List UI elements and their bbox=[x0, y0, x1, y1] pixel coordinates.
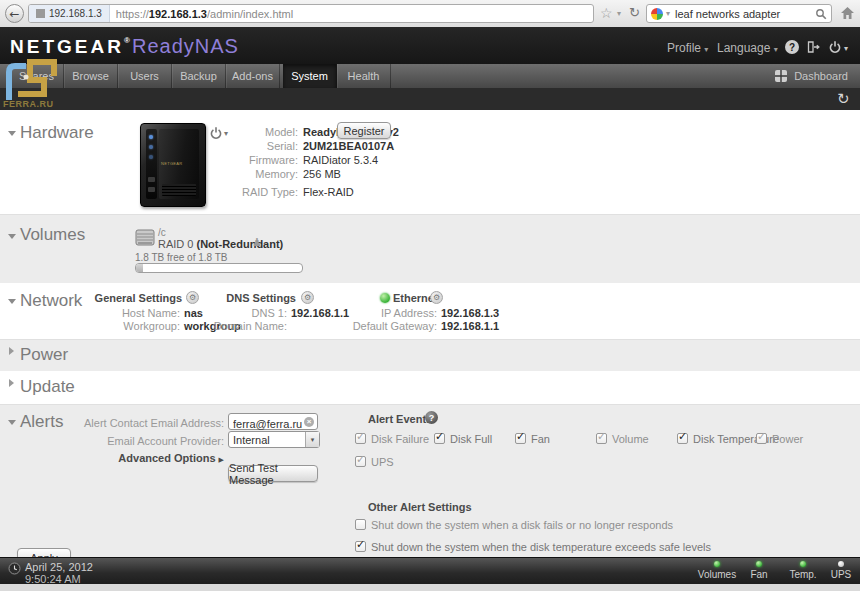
clock-icon bbox=[8, 562, 21, 575]
search-engine-dropdown-icon[interactable]: ▾ bbox=[666, 9, 670, 18]
indicator-ups: UPS bbox=[826, 561, 856, 580]
home-icon[interactable] bbox=[840, 6, 855, 20]
fan-status-dot bbox=[756, 561, 762, 567]
advanced-options-link[interactable]: Advanced Options ▶ bbox=[60, 452, 224, 464]
indicator-volumes: Volumes bbox=[695, 561, 739, 580]
refresh-icon[interactable]: ↻ bbox=[837, 90, 850, 108]
check-icon: ✓ bbox=[678, 430, 687, 443]
check-icon: ✓ bbox=[757, 430, 766, 443]
checkbox-fan-label: Fan bbox=[531, 433, 550, 445]
power-dropdown-icon[interactable]: ▾ bbox=[844, 44, 848, 53]
dashboard-label: Dashboard bbox=[794, 70, 848, 82]
back-icon: ← bbox=[9, 7, 19, 21]
checkbox-ups[interactable]: ✓ bbox=[355, 456, 366, 467]
checkbox-shutdown-disk-fail[interactable] bbox=[355, 519, 366, 530]
checkbox-volume[interactable]: ✓ bbox=[596, 433, 607, 444]
search-engine-icon[interactable] bbox=[651, 8, 663, 20]
serial-value: 2UM21BEA0107A bbox=[303, 140, 394, 152]
url-text: https://192.168.1.3/admin/index.html bbox=[116, 8, 293, 20]
checkbox-disk-full-label: Disk Full bbox=[450, 433, 492, 445]
reload-icon[interactable]: ↻ bbox=[629, 5, 640, 20]
checkbox-disk-temperature[interactable]: ✓ bbox=[677, 433, 688, 444]
section-title-update[interactable]: Update bbox=[20, 377, 75, 397]
checkbox-disk-failure[interactable]: ✓ bbox=[355, 433, 366, 444]
checkbox-volume-label: Volume bbox=[612, 433, 649, 445]
model-label: Model: bbox=[230, 126, 298, 138]
ups-status-dot bbox=[838, 561, 844, 567]
profile-menu[interactable]: Profile ▾ bbox=[667, 41, 708, 55]
search-bar[interactable]: ▾ bbox=[646, 4, 832, 23]
tab-users[interactable]: Users bbox=[118, 64, 172, 88]
ethernet-gear-icon[interactable]: ⚙ bbox=[430, 291, 443, 304]
section-power[interactable] bbox=[0, 339, 860, 373]
general-settings-title: General Settings bbox=[60, 292, 182, 304]
dns-settings-title: DNS Settings bbox=[190, 292, 296, 304]
checkbox-power[interactable]: ✓ bbox=[756, 433, 767, 444]
logout-icon[interactable] bbox=[806, 40, 820, 54]
network-collapse-icon[interactable] bbox=[8, 299, 16, 304]
chevron-down-icon: ▾ bbox=[774, 45, 778, 54]
tab-browse[interactable]: Browse bbox=[64, 64, 118, 88]
checkbox-disk-full[interactable]: ✓ bbox=[434, 433, 445, 444]
app-root: ← 192.168.1.3 https://192.168.1.3/admin/… bbox=[0, 0, 860, 591]
section-update[interactable] bbox=[0, 371, 860, 404]
memory-value: 256 MB bbox=[303, 168, 341, 180]
device-power-dropdown-icon[interactable]: ▾ bbox=[224, 129, 228, 138]
bookmark-star-icon[interactable]: ☆ bbox=[600, 5, 613, 21]
section-volumes bbox=[0, 214, 860, 285]
alert-events-title: Alert Events bbox=[368, 413, 432, 425]
volume-usage-bar bbox=[135, 263, 303, 273]
checkbox-shutdown-temp[interactable]: ✓ bbox=[355, 541, 366, 552]
firmware-label: Firmware: bbox=[230, 154, 298, 166]
dashboard-button[interactable]: Dashboard bbox=[774, 64, 848, 88]
site-identity-chip[interactable]: 192.168.1.3 bbox=[29, 5, 110, 22]
indicator-label: Volumes bbox=[698, 569, 736, 580]
url-bar[interactable]: 192.168.1.3 https://192.168.1.3/admin/in… bbox=[28, 4, 594, 23]
volumes-collapse-icon[interactable] bbox=[8, 234, 16, 239]
section-title-power[interactable]: Power bbox=[20, 345, 68, 365]
raid-type-label: RAID Type: bbox=[230, 186, 298, 198]
checkbox-fan[interactable]: ✓ bbox=[515, 433, 526, 444]
nas-led-strip bbox=[146, 129, 157, 199]
back-button[interactable]: ← bbox=[5, 4, 24, 23]
search-icon[interactable] bbox=[815, 8, 827, 20]
alerts-collapse-icon[interactable] bbox=[8, 420, 16, 425]
tab-system[interactable]: System bbox=[283, 64, 337, 88]
tab-addons[interactable]: Add-ons bbox=[226, 64, 280, 88]
help-icon[interactable]: ? bbox=[785, 40, 799, 54]
alert-email-label: Alert Contact Email Address: bbox=[60, 417, 224, 429]
clear-email-icon[interactable]: × bbox=[304, 417, 314, 427]
send-test-message-button[interactable]: Send Test Message bbox=[228, 465, 318, 482]
hardware-collapse-icon[interactable] bbox=[8, 131, 16, 136]
power-expand-icon[interactable] bbox=[9, 347, 14, 355]
alert-events-help-icon[interactable]: ? bbox=[425, 411, 438, 424]
indicator-label: UPS bbox=[831, 569, 852, 580]
checkbox-shutdown-temp-label: Shut down the system when the disk tempe… bbox=[371, 541, 711, 553]
email-provider-select[interactable]: Internal ▾ bbox=[228, 431, 320, 448]
dns-settings-gear-icon[interactable]: ⚙ bbox=[301, 291, 314, 304]
device-power-icon[interactable] bbox=[209, 126, 223, 140]
nas-device-image: NETGEAR bbox=[140, 123, 206, 207]
section-title-volumes[interactable]: Volumes bbox=[20, 225, 85, 245]
other-alert-settings-title: Other Alert Settings bbox=[368, 501, 472, 513]
identity-domain: 192.168.1.3 bbox=[49, 8, 102, 19]
provider-label: Email Account Provider: bbox=[60, 435, 224, 447]
tab-backup[interactable]: Backup bbox=[172, 64, 226, 88]
temp-status-dot bbox=[800, 561, 806, 567]
gateway-label: Default Gateway: bbox=[330, 320, 437, 332]
language-menu[interactable]: Language ▾ bbox=[717, 41, 778, 55]
register-button[interactable]: Register bbox=[337, 122, 391, 139]
search-input[interactable] bbox=[673, 7, 812, 21]
bookmark-dropdown-icon[interactable]: ▾ bbox=[617, 9, 621, 18]
section-title-alerts[interactable]: Alerts bbox=[20, 412, 63, 432]
update-expand-icon[interactable] bbox=[9, 379, 14, 387]
volume-raid-status: (Not-Redundant) bbox=[197, 238, 284, 250]
disk-icon[interactable] bbox=[135, 228, 155, 248]
check-icon: ✓ bbox=[597, 430, 606, 443]
tab-health[interactable]: Health bbox=[337, 64, 391, 88]
ethernet-status-dot bbox=[380, 293, 390, 303]
raid-status-icon: ♟ bbox=[252, 236, 262, 249]
section-title-hardware[interactable]: Hardware bbox=[20, 123, 94, 143]
power-icon[interactable] bbox=[828, 40, 842, 54]
indicator-label: Temp. bbox=[789, 569, 816, 580]
